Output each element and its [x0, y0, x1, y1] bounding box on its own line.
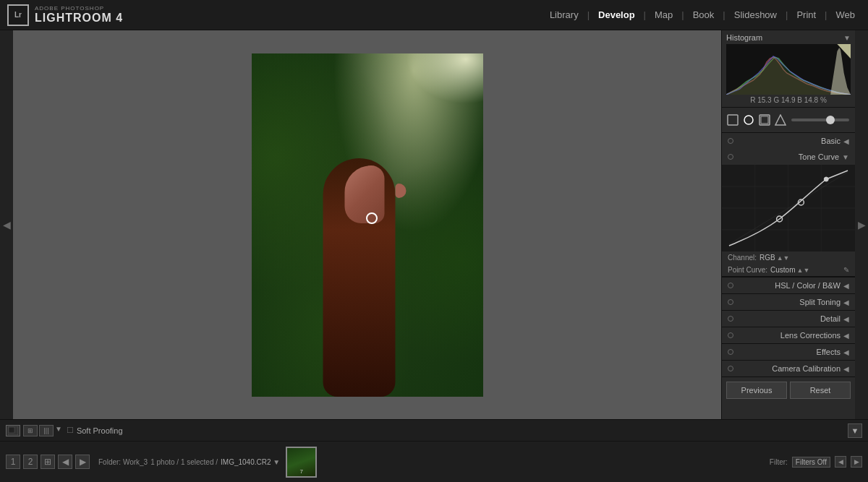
redeye-icon[interactable] — [757, 112, 773, 128]
photo-container — [252, 53, 483, 397]
hsl-label: HSL / Color / B&W — [736, 281, 841, 290]
soft-proof-icon — [6, 425, 20, 436]
toolbar-dropdown[interactable]: ▼ — [848, 423, 862, 438]
view-dropdown-icon[interactable]: ▼ — [55, 425, 62, 436]
basic-panel-header[interactable]: Basic ◀ — [722, 133, 855, 149]
split-toning-header[interactable]: Split Toning ◀ — [722, 294, 855, 310]
bottom-toolbar: ⊞ ||| ▼ ☐ Soft Proofing ▼ — [0, 419, 868, 441]
tone-curve-toggle-dot — [728, 154, 733, 160]
histogram-dropdown-icon[interactable]: ▼ — [843, 34, 851, 42]
nav-book[interactable]: Book — [687, 9, 720, 20]
panel-scroll[interactable]: Basic ◀ Tone Curve ▼ — [722, 133, 855, 419]
filmstrip-page2[interactable]: 2 — [23, 455, 38, 469]
nav-slideshow[interactable]: Slideshow — [728, 9, 783, 20]
view-icons: ⊞ ||| ▼ — [23, 425, 62, 436]
reset-button[interactable]: Reset — [790, 382, 851, 399]
loupe-view-btn[interactable]: ||| — [39, 425, 54, 436]
app-title-area: ADOBE PHOTOSHOP LIGHTROOM 4 — [35, 5, 123, 25]
filmstrip-filter-btn2[interactable]: ▶ — [851, 456, 862, 468]
spot-removal-icon[interactable] — [741, 112, 757, 128]
tone-curve-arrow-icon: ▼ — [842, 153, 849, 161]
channel-label: Channel: — [728, 254, 757, 262]
hsl-arrow-icon: ◀ — [843, 282, 849, 290]
nav-library[interactable]: Library — [544, 9, 584, 20]
tone-curve-canvas — [722, 165, 855, 251]
lens-corrections-header[interactable]: Lens Corrections ◀ — [722, 327, 855, 343]
tone-curve-section: Tone Curve ▼ — [722, 149, 855, 277]
filename-label[interactable]: IMG_1040.CR2 ▼ — [221, 458, 280, 466]
svg-rect-22 — [9, 427, 14, 433]
svg-point-6 — [744, 116, 753, 124]
point-curve-dropdown-icon[interactable]: ▲▼ — [796, 267, 809, 274]
camera-calibration-toggle-dot — [728, 366, 733, 371]
point-curve-label: Point Curve: — [728, 266, 767, 274]
prev-reset-row: Previous Reset — [722, 377, 855, 403]
filmstrip-page1[interactable]: 1 — [6, 455, 20, 469]
right-panel-toggle[interactable]: ▶ — [855, 30, 868, 419]
camera-calibration-section: Camera Calibration ◀ — [722, 361, 855, 377]
hsl-header[interactable]: HSL / Color / B&W ◀ — [722, 277, 855, 293]
photo-count: 1 photo / 1 selected / — [150, 458, 218, 466]
histogram-header: Histogram ▼ — [726, 33, 851, 42]
filmstrip-page2-num: 2 — [28, 457, 33, 467]
basic-arrow-icon: ◀ — [843, 137, 849, 145]
split-toning-label: Split Toning — [736, 298, 841, 306]
detail-header[interactable]: Detail ◀ — [722, 311, 855, 327]
hsl-toggle-dot — [728, 283, 733, 288]
detail-label: Detail — [736, 314, 841, 323]
channel-dropdown-icon[interactable]: ▲▼ — [777, 254, 790, 262]
camera-calibration-header[interactable]: Camera Calibration ◀ — [722, 361, 855, 376]
effects-header[interactable]: Effects ◀ — [722, 344, 855, 360]
hsl-section: HSL / Color / B&W ◀ — [722, 277, 855, 294]
graduated-filter-icon[interactable] — [773, 112, 788, 128]
filmstrip-grid-btn[interactable]: ⊞ — [41, 455, 55, 469]
crop-tool-icon[interactable] — [725, 112, 741, 128]
left-panel-toggle[interactable]: ◀ — [0, 30, 13, 419]
left-arrow-icon: ◀ — [3, 219, 11, 231]
detail-section: Detail ◀ — [722, 311, 855, 327]
filter-value[interactable]: Filters Off — [792, 457, 830, 468]
histogram-values: R 15.3 G 14.9 B 14.8 % — [726, 96, 851, 104]
photo-area — [13, 30, 721, 419]
filename-text: IMG_1040.CR2 — [221, 458, 271, 466]
histogram-canvas — [726, 44, 851, 95]
person-shape — [315, 122, 409, 397]
camera-calibration-label: Camera Calibration — [736, 364, 841, 373]
checkbox-icon: ☐ — [67, 426, 74, 435]
basic-label: Basic — [736, 137, 841, 145]
point-curve-value[interactable]: Custom — [770, 266, 795, 274]
filmstrip-filter-btn1[interactable]: ◀ — [835, 456, 846, 468]
right-arrow-icon: ▶ — [858, 219, 866, 231]
adobe-label: ADOBE PHOTOSHOP — [35, 5, 123, 12]
nav-develop[interactable]: Develop — [592, 9, 641, 20]
split-toning-section: Split Toning ◀ — [722, 294, 855, 311]
app-title: LIGHTROOM 4 — [35, 12, 123, 25]
nav-web[interactable]: Web — [830, 9, 861, 20]
logo-area: Lr ADOBE PHOTOSHOP LIGHTROOM 4 — [7, 4, 123, 26]
filmstrip-thumbnail[interactable]: 7 — [286, 447, 317, 478]
filmstrip-next-btn[interactable]: ▶ — [75, 455, 90, 469]
cursor-dot — [366, 212, 378, 224]
channel-value[interactable]: RGB — [760, 254, 775, 262]
tool-slider[interactable] — [791, 119, 849, 121]
nav-map[interactable]: Map — [649, 9, 678, 20]
nose-shape — [395, 184, 406, 198]
camera-calibration-arrow-icon: ◀ — [843, 365, 849, 373]
soft-proofing-label: Soft Proofing — [77, 426, 123, 435]
point-curve-edit-icon[interactable]: ✎ — [843, 266, 849, 274]
previous-button[interactable]: Previous — [726, 382, 787, 399]
grid-view-btn[interactable]: ⊞ — [23, 425, 38, 436]
histogram-svg — [726, 44, 851, 95]
effects-section: Effects ◀ — [722, 344, 855, 361]
tone-curve-header[interactable]: Tone Curve ▼ — [722, 149, 855, 165]
light-bloom — [396, 53, 483, 111]
filmstrip-prev-btn[interactable]: ◀ — [58, 455, 72, 469]
nav-print[interactable]: Print — [791, 9, 822, 20]
filmstrip-page1-num: 1 — [11, 457, 16, 467]
lens-corrections-section: Lens Corrections ◀ — [722, 327, 855, 344]
thumb-label: 7 — [299, 468, 302, 475]
right-panel: Histogram ▼ — [721, 30, 855, 419]
tool-icons-row — [722, 108, 855, 133]
filename-dropdown-icon[interactable]: ▼ — [273, 458, 280, 466]
split-toning-toggle-dot — [728, 299, 733, 305]
